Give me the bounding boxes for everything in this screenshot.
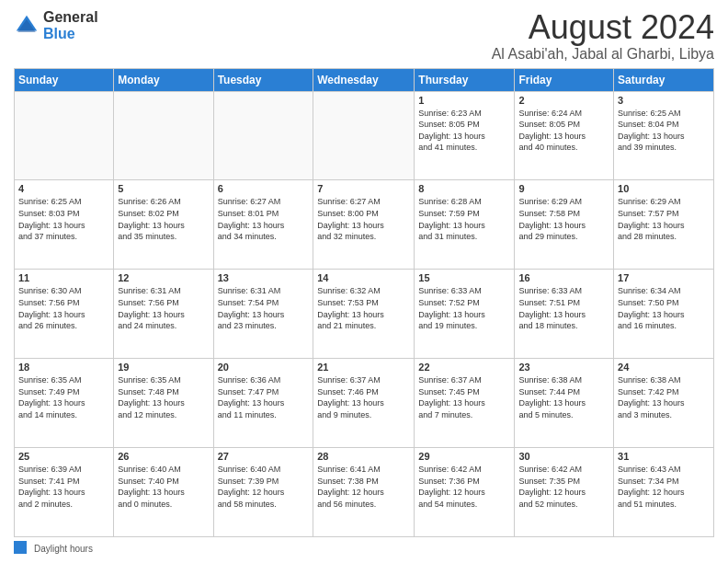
day-cell: 22Sunrise: 6:37 AMSunset: 7:45 PMDayligh…	[415, 359, 515, 448]
day-info: Sunrise: 6:42 AMSunset: 7:36 PMDaylight:…	[418, 464, 510, 510]
day-info: Sunrise: 6:37 AMSunset: 7:46 PMDaylight:…	[317, 374, 410, 420]
day-number: 15	[418, 272, 510, 283]
day-number: 26	[118, 451, 209, 462]
day-info: Sunrise: 6:32 AMSunset: 7:53 PMDaylight:…	[317, 285, 410, 331]
day-cell: 11Sunrise: 6:30 AMSunset: 7:56 PMDayligh…	[15, 270, 114, 359]
day-cell: 3Sunrise: 6:25 AMSunset: 8:04 PMDaylight…	[614, 91, 714, 180]
day-info: Sunrise: 6:27 AMSunset: 8:01 PMDaylight:…	[218, 196, 310, 242]
day-info: Sunrise: 6:41 AMSunset: 7:38 PMDaylight:…	[317, 464, 410, 510]
day-info: Sunrise: 6:25 AMSunset: 8:03 PMDaylight:…	[18, 196, 109, 242]
day-info: Sunrise: 6:38 AMSunset: 7:42 PMDaylight:…	[618, 374, 710, 420]
logo-text: General Blue	[43, 9, 98, 42]
day-info: Sunrise: 6:33 AMSunset: 7:52 PMDaylight:…	[418, 285, 510, 331]
day-number: 12	[118, 272, 209, 283]
day-cell: 25Sunrise: 6:39 AMSunset: 7:41 PMDayligh…	[15, 448, 114, 537]
day-number: 16	[518, 272, 609, 283]
day-cell	[114, 91, 213, 180]
day-info: Sunrise: 6:29 AMSunset: 7:57 PMDaylight:…	[618, 196, 710, 242]
day-cell: 28Sunrise: 6:41 AMSunset: 7:38 PMDayligh…	[313, 448, 415, 537]
day-info: Sunrise: 6:26 AMSunset: 8:02 PMDaylight:…	[118, 196, 209, 242]
day-cell	[313, 91, 415, 180]
day-info: Sunrise: 6:34 AMSunset: 7:50 PMDaylight:…	[618, 285, 710, 331]
day-cell: 1Sunrise: 6:23 AMSunset: 8:05 PMDaylight…	[415, 91, 515, 180]
header-row: SundayMondayTuesdayWednesdayThursdayFrid…	[15, 68, 714, 91]
day-info: Sunrise: 6:31 AMSunset: 7:56 PMDaylight:…	[118, 285, 209, 331]
day-info: Sunrise: 6:25 AMSunset: 8:04 PMDaylight:…	[618, 108, 710, 154]
day-info: Sunrise: 6:36 AMSunset: 7:47 PMDaylight:…	[218, 374, 310, 420]
day-number: 13	[218, 272, 310, 283]
header-cell-tuesday: Tuesday	[213, 68, 313, 91]
day-number: 24	[618, 362, 710, 373]
page: General Blue August 2024 Al Asabi'ah, Ja…	[0, 0, 728, 563]
day-cell	[15, 91, 114, 180]
day-number: 27	[218, 451, 310, 462]
header-cell-friday: Friday	[515, 68, 614, 91]
day-number: 20	[218, 362, 310, 373]
day-cell: 17Sunrise: 6:34 AMSunset: 7:50 PMDayligh…	[614, 270, 714, 359]
day-cell: 30Sunrise: 6:42 AMSunset: 7:35 PMDayligh…	[515, 448, 614, 537]
day-number: 5	[118, 183, 209, 194]
logo-icon	[14, 13, 40, 39]
day-info: Sunrise: 6:39 AMSunset: 7:41 PMDaylight:…	[18, 464, 109, 510]
day-info: Sunrise: 6:28 AMSunset: 7:59 PMDaylight:…	[418, 196, 510, 242]
day-number: 28	[317, 451, 410, 462]
day-cell: 27Sunrise: 6:40 AMSunset: 7:39 PMDayligh…	[213, 448, 313, 537]
top-section: General Blue August 2024 Al Asabi'ah, Ja…	[14, 9, 714, 63]
day-info: Sunrise: 6:35 AMSunset: 7:49 PMDaylight:…	[18, 374, 109, 420]
day-number: 30	[518, 451, 609, 462]
day-cell: 9Sunrise: 6:29 AMSunset: 7:58 PMDaylight…	[515, 180, 614, 270]
day-info: Sunrise: 6:42 AMSunset: 7:35 PMDaylight:…	[518, 464, 609, 510]
day-number: 23	[518, 362, 609, 373]
day-info: Sunrise: 6:33 AMSunset: 7:51 PMDaylight:…	[518, 285, 609, 331]
day-number: 17	[618, 272, 710, 283]
day-info: Sunrise: 6:37 AMSunset: 7:45 PMDaylight:…	[418, 374, 510, 420]
day-number: 8	[418, 183, 510, 194]
day-cell: 20Sunrise: 6:36 AMSunset: 7:47 PMDayligh…	[213, 359, 313, 448]
day-number: 29	[418, 451, 510, 462]
day-number: 14	[317, 272, 410, 283]
daylight-box	[14, 541, 27, 554]
day-info: Sunrise: 6:29 AMSunset: 7:58 PMDaylight:…	[518, 196, 609, 242]
month-title: August 2024	[492, 9, 714, 46]
day-cell: 19Sunrise: 6:35 AMSunset: 7:48 PMDayligh…	[114, 359, 213, 448]
day-number: 18	[18, 362, 109, 373]
day-number: 7	[317, 183, 410, 194]
day-number: 19	[118, 362, 209, 373]
day-cell: 21Sunrise: 6:37 AMSunset: 7:46 PMDayligh…	[313, 359, 415, 448]
day-info: Sunrise: 6:23 AMSunset: 8:05 PMDaylight:…	[418, 108, 510, 154]
day-number: 31	[618, 451, 710, 462]
calendar-table: SundayMondayTuesdayWednesdayThursdayFrid…	[14, 68, 714, 537]
location-title: Al Asabi'ah, Jabal al Gharbi, Libya	[492, 46, 714, 63]
day-cell: 12Sunrise: 6:31 AMSunset: 7:56 PMDayligh…	[114, 270, 213, 359]
day-info: Sunrise: 6:38 AMSunset: 7:44 PMDaylight:…	[518, 374, 609, 420]
week-row-0: 1Sunrise: 6:23 AMSunset: 8:05 PMDaylight…	[15, 91, 714, 180]
day-cell: 5Sunrise: 6:26 AMSunset: 8:02 PMDaylight…	[114, 180, 213, 270]
day-number: 6	[218, 183, 310, 194]
day-cell: 7Sunrise: 6:27 AMSunset: 8:00 PMDaylight…	[313, 180, 415, 270]
day-cell: 2Sunrise: 6:24 AMSunset: 8:05 PMDaylight…	[515, 91, 614, 180]
footer: Daylight hours	[14, 540, 714, 554]
day-number: 9	[518, 183, 609, 194]
day-info: Sunrise: 6:27 AMSunset: 8:00 PMDaylight:…	[317, 196, 410, 242]
day-cell: 31Sunrise: 6:43 AMSunset: 7:34 PMDayligh…	[614, 448, 714, 537]
header-cell-monday: Monday	[114, 68, 213, 91]
day-number: 4	[18, 183, 109, 194]
day-info: Sunrise: 6:35 AMSunset: 7:48 PMDaylight:…	[118, 374, 209, 420]
day-cell: 23Sunrise: 6:38 AMSunset: 7:44 PMDayligh…	[515, 359, 614, 448]
day-cell: 4Sunrise: 6:25 AMSunset: 8:03 PMDaylight…	[15, 180, 114, 270]
day-cell	[213, 91, 313, 180]
week-row-2: 11Sunrise: 6:30 AMSunset: 7:56 PMDayligh…	[15, 270, 714, 359]
day-info: Sunrise: 6:40 AMSunset: 7:40 PMDaylight:…	[118, 464, 209, 510]
logo: General Blue	[14, 9, 98, 42]
week-row-3: 18Sunrise: 6:35 AMSunset: 7:49 PMDayligh…	[15, 359, 714, 448]
day-number: 11	[18, 272, 109, 283]
header-cell-saturday: Saturday	[614, 68, 714, 91]
day-number: 1	[418, 95, 510, 106]
header-cell-sunday: Sunday	[15, 68, 114, 91]
day-info: Sunrise: 6:24 AMSunset: 8:05 PMDaylight:…	[518, 108, 609, 154]
day-cell: 29Sunrise: 6:42 AMSunset: 7:36 PMDayligh…	[415, 448, 515, 537]
day-number: 2	[518, 95, 609, 106]
day-cell: 26Sunrise: 6:40 AMSunset: 7:40 PMDayligh…	[114, 448, 213, 537]
day-cell: 14Sunrise: 6:32 AMSunset: 7:53 PMDayligh…	[313, 270, 415, 359]
day-info: Sunrise: 6:31 AMSunset: 7:54 PMDaylight:…	[218, 285, 310, 331]
